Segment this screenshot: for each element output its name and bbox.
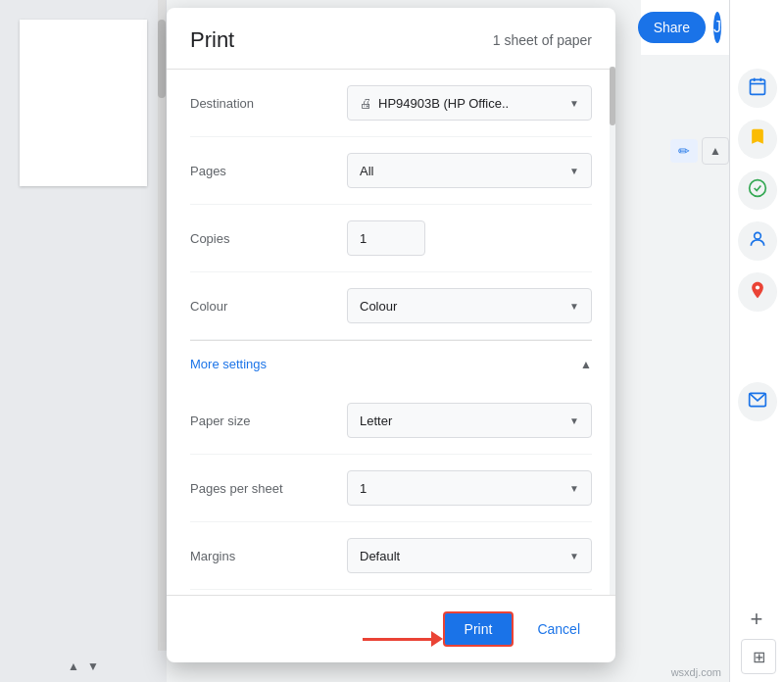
svg-point-6 [755, 285, 759, 289]
paper-size-chevron-icon: ▼ [569, 415, 579, 426]
share-button[interactable]: Share [638, 12, 706, 43]
doc-navigation: ▲ ▼ [0, 651, 167, 682]
plus-icon: + [751, 607, 763, 632]
margins-row: Margins Default ▼ [190, 522, 592, 590]
pages-per-sheet-chevron-icon: ▼ [569, 483, 579, 494]
copies-label: Copies [190, 231, 347, 246]
arrow-annotation [363, 638, 431, 641]
add-sidebar-button[interactable]: + [743, 606, 770, 633]
sidebar-keep-icon[interactable] [738, 120, 777, 159]
more-settings-row[interactable]: More settings ▲ [190, 341, 592, 387]
dialog-scrollbar[interactable] [610, 67, 615, 596]
maps-icon [748, 280, 767, 305]
tasks-icon [748, 178, 767, 203]
document-page [20, 20, 147, 186]
arrow-head [431, 631, 443, 647]
cancel-button[interactable]: Cancel [525, 613, 592, 645]
top-toolbar: Share J [641, 0, 729, 55]
sidebar-tasks-icon[interactable] [738, 170, 777, 210]
pages-per-sheet-row: Pages per sheet 1 ▼ [190, 455, 592, 522]
dialog-body: Destination 🖨 HP94903B (HP Office.. ▼ Pa… [167, 70, 615, 595]
nav-down-arrow[interactable]: ▼ [87, 659, 99, 673]
pencil-button[interactable]: ✏ [670, 139, 698, 163]
keep-icon [748, 127, 767, 152]
paper-size-value: Letter [360, 414, 569, 428]
copies-input[interactable]: 1 [347, 220, 425, 256]
margins-value: Default [360, 549, 569, 563]
dialog-footer: Print Cancel [167, 595, 615, 662]
bottom-right-controls: ⊞ [741, 639, 776, 674]
printer-icon: 🖨 [360, 96, 372, 111]
more-settings-label: More settings [190, 357, 580, 371]
right-sidebar: + [729, 0, 784, 682]
pages-per-sheet-select[interactable]: 1 ▼ [347, 470, 592, 506]
pages-row: Pages All ▼ [190, 137, 592, 205]
sidebar-contacts-icon[interactable] [738, 221, 777, 261]
sidebar-maps-icon[interactable] [738, 272, 777, 312]
copies-control: 1 [347, 220, 592, 256]
margins-chevron-icon: ▼ [569, 551, 579, 561]
colour-label: Colour [190, 299, 347, 314]
doc-scrollbar-thumb [158, 20, 166, 98]
colour-value: Colour [360, 299, 569, 314]
more-settings-chevron-icon: ▲ [580, 358, 592, 371]
paper-size-select[interactable]: Letter ▼ [347, 403, 592, 438]
destination-value: HP94903B (HP Office.. [378, 96, 569, 111]
pages-chevron-icon: ▼ [569, 166, 579, 176]
pages-per-sheet-value: 1 [360, 481, 569, 496]
margins-label: Margins [190, 549, 347, 563]
svg-point-5 [754, 232, 760, 239]
contacts-icon [748, 229, 767, 254]
pages-per-sheet-label: Pages per sheet [190, 481, 347, 496]
pages-value: All [360, 164, 569, 178]
corner-expand-button[interactable]: ⊞ [741, 639, 776, 674]
print-button[interactable]: Print [443, 611, 514, 647]
paper-size-label: Paper size [190, 414, 347, 428]
doc-scrollbar[interactable] [158, 0, 166, 682]
svg-point-4 [749, 179, 765, 196]
colour-select[interactable]: Colour ▼ [347, 288, 592, 323]
paper-size-control: Letter ▼ [347, 403, 592, 438]
dialog-scrollbar-thumb [610, 67, 615, 125]
sidebar-calendar-icon[interactable] [738, 69, 777, 108]
pages-per-sheet-control: 1 ▼ [347, 470, 592, 506]
mail-icon [748, 390, 767, 414]
colour-chevron-icon: ▼ [569, 301, 579, 312]
sidebar-mail-icon[interactable] [738, 382, 777, 421]
print-dialog: Print 1 sheet of paper Destination 🖨 HP9… [167, 8, 615, 662]
user-avatar[interactable]: J [713, 12, 721, 43]
edit-row: ✏ ▲ [670, 137, 729, 165]
calendar-icon [748, 76, 767, 101]
destination-row: Destination 🖨 HP94903B (HP Office.. ▼ [190, 70, 592, 137]
colour-row: Colour Colour ▼ [190, 272, 592, 340]
chevron-up-icon: ▲ [710, 144, 721, 158]
colour-control: Colour ▼ [347, 288, 592, 323]
copies-row: Copies 1 [190, 205, 592, 272]
arrow-line [363, 638, 431, 641]
expand-icon: ⊞ [753, 648, 765, 666]
nav-up-arrow[interactable]: ▲ [68, 659, 79, 673]
destination-select[interactable]: 🖨 HP94903B (HP Office.. ▼ [347, 85, 592, 121]
pages-control: All ▼ [347, 153, 592, 188]
pencil-icon: ✏ [678, 143, 690, 159]
dialog-header: Print 1 sheet of paper [167, 8, 615, 70]
paper-size-row: Paper size Letter ▼ [190, 387, 592, 455]
watermark: wsxdj.com [671, 666, 721, 678]
svg-rect-0 [750, 79, 764, 94]
destination-control: 🖨 HP94903B (HP Office.. ▼ [347, 85, 592, 121]
destination-chevron-icon: ▼ [569, 98, 579, 109]
edit-area: ✏ ▲ [670, 137, 729, 165]
sheet-count: 1 sheet of paper [493, 32, 592, 48]
pages-select[interactable]: All ▼ [347, 153, 592, 188]
dialog-title: Print [190, 27, 234, 53]
document-area [0, 0, 167, 682]
collapse-button[interactable]: ▲ [702, 137, 729, 165]
margins-select[interactable]: Default ▼ [347, 538, 592, 573]
margins-control: Default ▼ [347, 538, 592, 573]
pages-label: Pages [190, 164, 347, 178]
destination-label: Destination [190, 96, 347, 111]
copies-value: 1 [360, 231, 367, 246]
